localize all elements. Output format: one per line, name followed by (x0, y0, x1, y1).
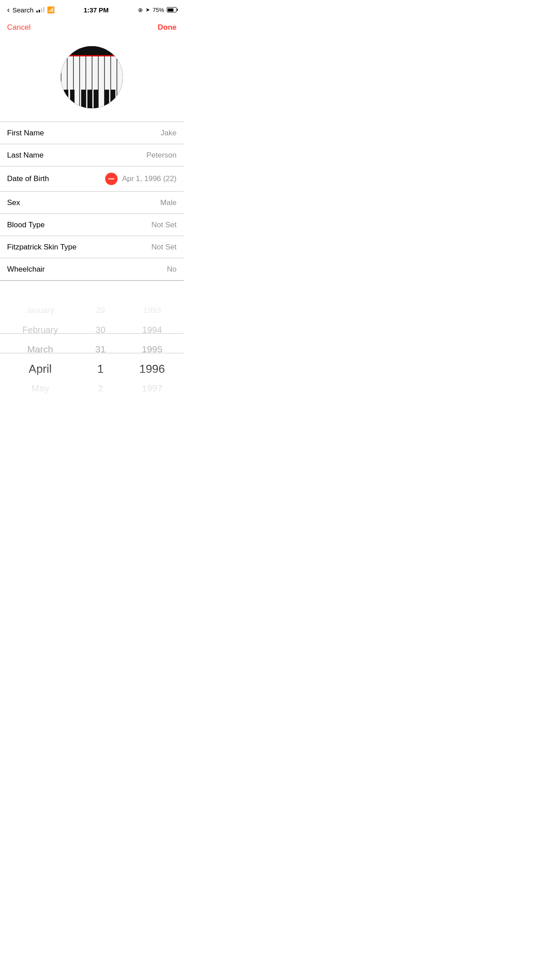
wheelchair-label: Wheelchair (7, 265, 45, 274)
picker-month-5[interactable]: May (0, 379, 80, 398)
day-picker-column[interactable]: 29 30 31 1 2 3 4 (80, 281, 121, 405)
last-name-value: Peterson (146, 151, 177, 160)
picker-day-0[interactable] (80, 281, 121, 300)
sex-value: Male (160, 198, 177, 207)
location-icon: ⊕ (138, 7, 143, 13)
picker-container[interactable]: January February March April May June Ju… (0, 281, 184, 405)
battery-percent: 75% (153, 7, 164, 13)
picker-line-top (0, 333, 184, 334)
picker-year-selected[interactable]: 1996 (121, 359, 184, 379)
picker-line-bottom (0, 353, 184, 353)
avatar-section[interactable] (0, 37, 184, 122)
picker-year-0[interactable] (121, 281, 184, 300)
picker-year-6[interactable]: 1998 (121, 398, 184, 405)
skin-type-row[interactable]: Fitzpatrick Skin Type Not Set (0, 236, 184, 258)
picker-month-2[interactable]: February (0, 320, 80, 340)
back-arrow-icon: ‹ (7, 5, 10, 15)
blood-type-row[interactable]: Blood Type Not Set (0, 214, 184, 236)
picker-year-3[interactable]: 1995 (121, 340, 184, 359)
remove-dob-button[interactable] (105, 173, 118, 185)
first-name-row[interactable]: First Name Jake (0, 122, 184, 144)
picker-day-1[interactable]: 29 (80, 300, 121, 320)
signal-bars-icon (36, 7, 44, 12)
first-name-value: Jake (161, 129, 177, 138)
status-bar: ‹ Search 📶 1:37 PM ⊕ ➤ 75% (0, 0, 184, 20)
back-label: Search (12, 6, 34, 14)
nav-bar: Cancel Done (0, 20, 184, 37)
picker-day-selected[interactable]: 1 (80, 359, 121, 379)
battery-icon (167, 7, 177, 12)
year-picker-column[interactable]: 1993 1994 1995 1996 1997 1998 1999 (121, 281, 184, 405)
picker-month-0[interactable] (0, 281, 80, 300)
picker-month-selected[interactable]: April (0, 359, 80, 379)
form-section: First Name Jake Last Name Peterson Date … (0, 122, 184, 281)
last-name-row[interactable]: Last Name Peterson (0, 144, 184, 166)
wheelchair-value: No (167, 265, 177, 274)
status-time: 1:37 PM (83, 6, 109, 14)
date-picker[interactable]: January February March April May June Ju… (0, 281, 184, 405)
dob-label: Date of Birth (7, 174, 49, 183)
picker-year-2[interactable]: 1994 (121, 320, 184, 340)
sex-label: Sex (7, 198, 20, 207)
cancel-button[interactable]: Cancel (7, 23, 31, 32)
status-right: ⊕ ➤ 75% (138, 7, 177, 13)
dob-row[interactable]: Date of Birth Apr 1, 1996 (22) (0, 166, 184, 192)
skin-type-label: Fitzpatrick Skin Type (7, 243, 77, 252)
wheelchair-row[interactable]: Wheelchair No (0, 258, 184, 281)
blood-type-label: Blood Type (7, 221, 45, 229)
done-button[interactable]: Done (158, 23, 177, 32)
last-name-label: Last Name (7, 151, 43, 160)
blood-type-value: Not Set (151, 221, 177, 229)
picker-month-1[interactable]: January (0, 300, 80, 320)
sex-row[interactable]: Sex Male (0, 192, 184, 214)
first-name-label: First Name (7, 129, 44, 138)
picker-day-2[interactable]: 30 (80, 320, 121, 340)
status-left: ‹ Search 📶 (7, 5, 55, 15)
picker-day-6[interactable]: 3 (80, 398, 121, 405)
wifi-icon: 📶 (47, 6, 55, 13)
picker-year-5[interactable]: 1997 (121, 379, 184, 398)
month-picker-column[interactable]: January February March April May June Ju… (0, 281, 80, 405)
picker-day-3[interactable]: 31 (80, 340, 121, 359)
picker-day-5[interactable]: 2 (80, 379, 121, 398)
avatar[interactable] (61, 46, 123, 108)
picker-year-1[interactable]: 1993 (121, 300, 184, 320)
skin-type-value: Not Set (151, 243, 177, 252)
dob-value-container: Apr 1, 1996 (22) (105, 173, 177, 185)
picker-month-3[interactable]: March (0, 340, 80, 359)
picker-month-6[interactable]: June (0, 398, 80, 405)
gps-icon: ➤ (146, 7, 150, 13)
dob-value: Apr 1, 1996 (22) (122, 174, 177, 183)
